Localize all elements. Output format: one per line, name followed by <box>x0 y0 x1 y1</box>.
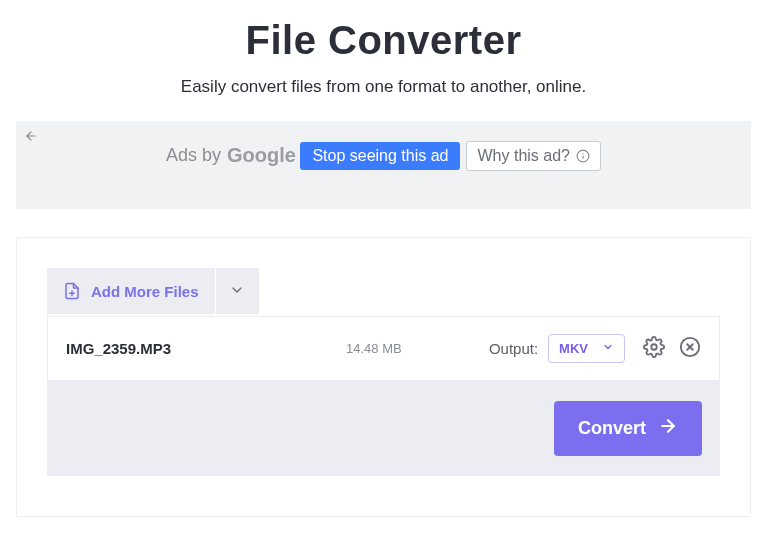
ads-by-text: Ads by <box>166 145 221 166</box>
svg-point-6 <box>651 344 657 350</box>
output-format-value: MKV <box>559 341 588 356</box>
page-subtitle: Easily convert files from one format to … <box>0 77 767 97</box>
add-more-files-label: Add More Files <box>91 283 199 300</box>
ad-banner: Ads by Google Stop seeing this ad Why th… <box>16 121 751 209</box>
ad-back-arrow-icon[interactable] <box>24 129 38 146</box>
close-circle-icon <box>679 336 701 362</box>
toolbar: Add More Files <box>47 268 259 314</box>
footer-actions: Convert <box>47 381 720 476</box>
info-icon <box>576 149 590 163</box>
remove-file-button[interactable] <box>679 336 701 362</box>
add-file-icon <box>63 281 81 301</box>
file-name: IMG_2359.MP3 <box>66 340 346 357</box>
ads-by-line: Ads by Google <box>166 144 296 167</box>
settings-button[interactable] <box>643 336 665 362</box>
file-row: IMG_2359.MP3 14.48 MB Output: MKV <box>47 316 720 381</box>
page-title: File Converter <box>0 18 767 63</box>
stop-seeing-ad-button[interactable]: Stop seeing this ad <box>300 142 460 170</box>
output-group: Output: MKV <box>489 334 625 363</box>
convert-label: Convert <box>578 418 646 439</box>
output-label: Output: <box>489 340 538 357</box>
add-more-files-button[interactable]: Add More Files <box>47 268 215 314</box>
output-format-select[interactable]: MKV <box>548 334 625 363</box>
add-files-dropdown-button[interactable] <box>215 268 259 314</box>
file-size: 14.48 MB <box>346 341 436 356</box>
gear-icon <box>643 336 665 362</box>
chevron-down-icon <box>229 282 245 301</box>
arrow-right-icon <box>658 416 678 441</box>
why-this-ad-label: Why this ad? <box>477 147 569 165</box>
chevron-down-icon <box>602 341 614 356</box>
ad-provider: Google <box>227 144 296 167</box>
why-this-ad-button[interactable]: Why this ad? <box>466 141 600 171</box>
convert-button[interactable]: Convert <box>554 401 702 456</box>
converter-panel: Add More Files IMG_2359.MP3 14.48 MB Out… <box>16 237 751 517</box>
